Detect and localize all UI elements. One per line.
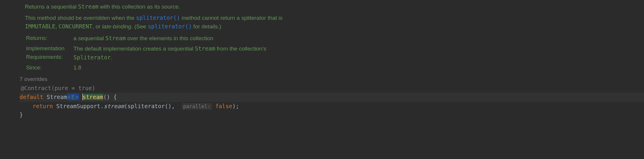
args-post: ); <box>232 103 239 109</box>
impl-req-label: Implementation Requirements: <box>26 44 71 62</box>
doc-text: for details.) <box>192 23 221 30</box>
javadoc-paragraph: This method should be overridden when th… <box>25 14 291 31</box>
doc-text: a sequential <box>73 35 105 41</box>
doc-text: Returns a sequential <box>25 4 78 10</box>
impl-label-line2: Requirements: <box>26 54 63 60</box>
contract-annotation: @Contract(pure = true) <box>21 84 644 93</box>
returns-value: a sequential Stream over the elements in… <box>73 34 644 43</box>
doc-code-immutable: IMMUTABLE <box>25 23 55 30</box>
false-literal: false <box>215 103 232 109</box>
doc-code-spliterator: Spliterator <box>73 54 111 61</box>
text-caret <box>82 94 83 100</box>
impl-req-value: The default implementation creates a seq… <box>73 44 644 62</box>
return-type: Stream <box>47 94 67 100</box>
close-brace: } <box>20 111 23 118</box>
return-keyword: return <box>33 103 53 109</box>
stream-method-call: stream <box>104 103 124 109</box>
doc-link-spliterator-2[interactable]: spliterator() <box>148 23 192 30</box>
javadoc-block: Returns a sequential Stream with this co… <box>18 2 644 72</box>
close-brace-line[interactable]: } <box>20 111 644 119</box>
doc-text: . <box>111 54 112 61</box>
stream-support-ref: StreamSupport. <box>53 103 104 109</box>
doc-text: , <box>55 23 59 30</box>
overrides-hint[interactable]: 7 overrides <box>20 75 644 84</box>
returns-label: Returns: <box>26 34 71 43</box>
doc-text: method cannot return a spliterator that … <box>180 15 283 21</box>
doc-text: with this collection as its source. <box>98 4 180 10</box>
doc-text: . (See <box>131 23 148 30</box>
generic-param-e: E <box>71 94 75 100</box>
doc-code-concurrent: CONCURRENT <box>59 23 92 30</box>
doc-code-stream: Stream <box>105 35 126 41</box>
javadoc-summary: Returns a sequential Stream with this co… <box>25 2 644 11</box>
doc-text: , or <box>92 23 102 30</box>
parameter-hint: parallel: <box>182 103 212 110</box>
doc-text: This method should be overridden when th… <box>25 15 136 21</box>
doc-italic-late-binding: late-binding <box>102 23 131 30</box>
doc-code-stream: Stream <box>195 45 215 52</box>
generic-close: > <box>75 94 79 100</box>
doc-text: from the collection's <box>215 46 266 52</box>
doc-text: The default implementation creates a seq… <box>73 46 195 52</box>
doc-code-stream: Stream <box>78 3 99 10</box>
args-pre: (spliterator(), <box>124 103 182 109</box>
return-line[interactable]: return StreamSupport.stream(spliterator(… <box>33 102 644 111</box>
method-signature-line[interactable]: default Stream<E> stream() { <box>20 93 644 102</box>
generic-open: < <box>67 94 71 100</box>
javadoc-tags: Returns: a sequential Stream over the el… <box>26 34 644 72</box>
since-value: 1.8 <box>73 64 644 72</box>
since-label: Since: <box>26 64 71 72</box>
doc-link-spliterator[interactable]: spliterator() <box>136 14 180 21</box>
doc-text: over the elements in this collection <box>126 35 213 41</box>
default-keyword: default <box>20 94 43 100</box>
signature-rest: () { <box>103 94 117 100</box>
method-name-stream: stream <box>82 94 103 100</box>
impl-label-line1: Implementation <box>26 45 65 51</box>
